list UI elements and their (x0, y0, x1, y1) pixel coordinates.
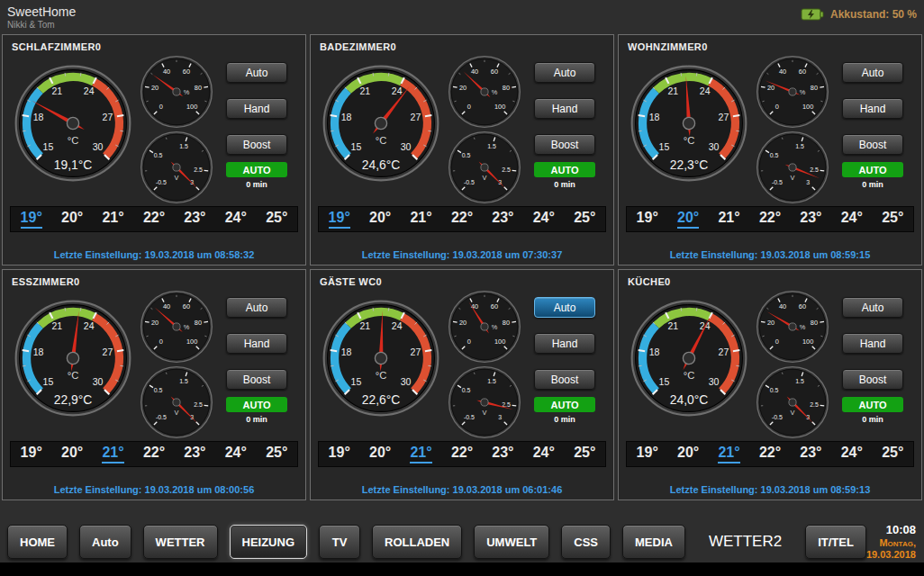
hand-button[interactable]: Hand (842, 98, 903, 119)
svg-text:21: 21 (359, 86, 370, 96)
nav-umwelt[interactable]: UMWELT (474, 525, 549, 559)
preset-row: 19°20°21°22°23°24°25° (318, 441, 606, 467)
svg-text:60: 60 (183, 68, 190, 76)
preset-19[interactable]: 19° (637, 211, 658, 229)
preset-20[interactable]: 20° (369, 211, 391, 229)
boost-button[interactable]: Boost (842, 134, 903, 155)
preset-21[interactable]: 21° (410, 446, 431, 464)
svg-text:1.5: 1.5 (487, 143, 496, 149)
preset-25[interactable]: 25° (574, 446, 595, 464)
preset-23[interactable]: 23° (184, 446, 205, 464)
temperature-gauge: 151821242730°C19,1°C (14, 64, 132, 183)
preset-21[interactable]: 21° (102, 446, 123, 464)
preset-19[interactable]: 19° (329, 211, 350, 229)
svg-text:30: 30 (93, 141, 104, 152)
preset-24[interactable]: 24° (841, 211, 863, 229)
nav-it-tel[interactable]: IT/TEL (805, 525, 866, 559)
hand-button[interactable]: Hand (534, 333, 595, 354)
hand-button[interactable]: Hand (226, 333, 287, 354)
clock: 10:08 Montag, 19.03.2018 (866, 523, 918, 561)
last-setting-text: Letzte Einstellung: 19.03.2018 um 06:01:… (311, 484, 613, 495)
preset-19[interactable]: 19° (21, 446, 42, 464)
svg-text:100: 100 (494, 338, 505, 346)
svg-text:0: 0 (775, 103, 779, 111)
svg-text:40: 40 (779, 68, 786, 76)
nav-wetter[interactable]: WETTER (143, 525, 218, 559)
clock-day: Montag, (866, 537, 916, 549)
preset-21[interactable]: 21° (718, 211, 739, 229)
preset-20[interactable]: 20° (677, 211, 699, 229)
auto-button[interactable]: Auto (534, 297, 595, 318)
preset-22[interactable]: 22° (143, 446, 165, 464)
preset-22[interactable]: 22° (759, 211, 781, 229)
room-panel-badezimmer0: BADEZIMMER0151821242730°C24,6°C020406080… (310, 34, 614, 266)
hand-button[interactable]: Hand (842, 333, 903, 354)
preset-24[interactable]: 24° (225, 446, 247, 464)
svg-text:2.5: 2.5 (502, 166, 511, 173)
preset-20[interactable]: 20° (61, 211, 83, 229)
preset-22[interactable]: 22° (759, 446, 781, 464)
hand-button[interactable]: Hand (534, 98, 595, 119)
valve-gauge: -0.50.51.52.53V (448, 365, 521, 439)
preset-23[interactable]: 23° (184, 211, 205, 229)
preset-19[interactable]: 19° (329, 446, 350, 464)
preset-22[interactable]: 22° (143, 211, 165, 229)
preset-20[interactable]: 20° (677, 446, 699, 464)
auto-button[interactable]: Auto (226, 62, 287, 83)
preset-21[interactable]: 21° (718, 446, 739, 464)
nav-tv[interactable]: TV (319, 525, 360, 559)
boost-button[interactable]: Boost (842, 369, 903, 390)
preset-20[interactable]: 20° (61, 446, 83, 464)
nav-wetter2[interactable]: WETTER2 (697, 525, 793, 559)
hand-button[interactable]: Hand (226, 98, 287, 119)
boost-button[interactable]: Boost (226, 134, 287, 155)
svg-text:27: 27 (719, 346, 729, 357)
nav-buttons: HOMEAutoWETTERHEIZUNGTVROLLADENUMWELTCSS… (7, 525, 866, 559)
preset-24[interactable]: 24° (533, 446, 555, 464)
preset-25[interactable]: 25° (266, 446, 287, 464)
nav-heizung[interactable]: HEIZUNG (230, 525, 308, 559)
last-setting-text: Letzte Einstellung: 19.03.2018 um 08:59:… (619, 249, 921, 260)
preset-19[interactable]: 19° (637, 446, 658, 464)
preset-25[interactable]: 25° (266, 211, 287, 229)
nav-home[interactable]: HOME (7, 525, 68, 559)
svg-text:2.5: 2.5 (502, 401, 511, 408)
preset-24[interactable]: 24° (841, 446, 863, 464)
bottom-nav: HOMEAutoWETTERHEIZUNGTVROLLADENUMWELTCSS… (0, 522, 924, 562)
boost-button[interactable]: Boost (534, 369, 595, 390)
preset-25[interactable]: 25° (574, 211, 595, 229)
preset-22[interactable]: 22° (451, 211, 473, 229)
nav-css[interactable]: CSS (561, 525, 611, 559)
preset-24[interactable]: 24° (225, 211, 247, 229)
auto-button[interactable]: Auto (842, 297, 903, 318)
preset-23[interactable]: 23° (800, 446, 821, 464)
mode-buttons: AutoHandBoost (842, 62, 903, 155)
preset-21[interactable]: 21° (410, 211, 431, 229)
svg-text:V: V (175, 174, 179, 182)
preset-19[interactable]: 19° (21, 211, 42, 229)
preset-25[interactable]: 25° (882, 446, 903, 464)
nav-auto[interactable]: Auto (79, 525, 131, 559)
auto-button[interactable]: Auto (226, 297, 287, 318)
svg-text:27: 27 (719, 112, 729, 122)
boost-button[interactable]: Boost (226, 369, 287, 390)
preset-23[interactable]: 23° (492, 446, 513, 464)
preset-23[interactable]: 23° (800, 211, 821, 229)
nav-media[interactable]: MEDIA (622, 525, 685, 559)
mode-buttons: AutoHandBoost (842, 297, 903, 390)
preset-20[interactable]: 20° (369, 446, 391, 464)
boost-button[interactable]: Boost (534, 134, 595, 155)
auto-button[interactable]: Auto (534, 62, 595, 83)
mode-status-badge: AUTO (226, 397, 287, 412)
svg-text:100: 100 (186, 338, 197, 346)
nav-rolladen[interactable]: ROLLADEN (372, 525, 462, 559)
svg-text:2.5: 2.5 (194, 401, 203, 408)
preset-22[interactable]: 22° (451, 446, 473, 464)
svg-text:1.5: 1.5 (179, 143, 188, 149)
boost-time: 0 min (226, 180, 287, 189)
preset-24[interactable]: 24° (533, 211, 555, 229)
auto-button[interactable]: Auto (842, 62, 903, 83)
preset-25[interactable]: 25° (882, 211, 903, 229)
preset-23[interactable]: 23° (492, 211, 513, 229)
preset-21[interactable]: 21° (102, 211, 123, 229)
